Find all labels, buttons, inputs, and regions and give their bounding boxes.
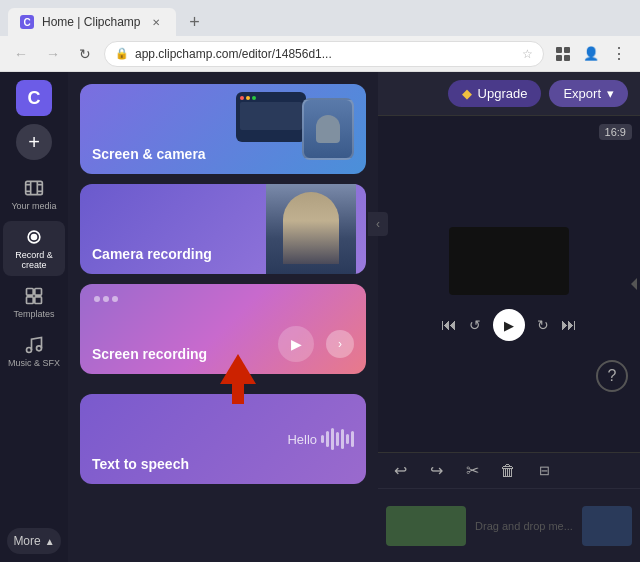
forward-button[interactable]: →	[40, 41, 66, 67]
back-button[interactable]: ←	[8, 41, 34, 67]
text-to-speech-card[interactable]: Text to speech Hello	[80, 394, 366, 484]
extensions-icon[interactable]	[550, 41, 576, 67]
arrow-head	[220, 354, 256, 384]
star-icon: ☆	[522, 47, 533, 61]
play-icon: ▶	[278, 326, 314, 362]
upgrade-label: Upgrade	[478, 86, 528, 101]
arrow-shaft	[232, 384, 244, 404]
aspect-ratio-badge: 16:9	[599, 124, 632, 140]
url-text: app.clipchamp.com/editor/14856d1...	[135, 47, 516, 61]
tab-favicon: C	[20, 15, 34, 29]
export-chevron-icon: ▾	[607, 86, 614, 101]
wave-bar-5	[341, 429, 344, 449]
export-button[interactable]: Export ▾	[549, 80, 628, 107]
preview-center: ⏮ ↺ ▶ ↻ ⏭	[441, 227, 577, 341]
media-thumbnail	[582, 506, 632, 546]
tab-close-button[interactable]: ✕	[148, 14, 164, 30]
rewind-button[interactable]: ↺	[469, 317, 481, 333]
wave-bar-1	[321, 435, 324, 443]
more-button[interactable]: More ▲	[7, 528, 61, 554]
svg-point-17	[27, 348, 32, 353]
address-bar: ← → ↻ 🔒 app.clipchamp.com/editor/14856d1…	[0, 36, 640, 72]
hello-wave: Hello	[287, 428, 354, 450]
svg-rect-14	[35, 289, 42, 296]
sidebar-item-your-media[interactable]: Your media	[3, 172, 65, 217]
sidebar-item-record-create[interactable]: Record &create	[3, 221, 65, 276]
camera-thumbnail	[302, 98, 354, 160]
next-icon: ›	[326, 330, 354, 358]
export-label: Export	[563, 86, 601, 101]
diamond-icon: ◆	[462, 86, 472, 101]
collapse-panel-button[interactable]: ‹	[368, 212, 388, 236]
refresh-button[interactable]: ↻	[72, 41, 98, 67]
screen-controls: ▶ ›	[278, 326, 354, 362]
wave-bar-4	[336, 432, 339, 446]
sidebar-label-record: Record &create	[15, 250, 53, 270]
svg-point-12	[32, 235, 37, 240]
camera-portrait	[266, 184, 356, 274]
sidebar-item-templates[interactable]: Templates	[3, 280, 65, 325]
skip-back-button[interactable]: ⏮	[441, 316, 457, 334]
wave-bar-3	[331, 428, 334, 450]
tab-title: Home | Clipchamp	[42, 15, 140, 29]
menu-icon[interactable]: ⋮	[606, 41, 632, 67]
upgrade-button[interactable]: ◆ Upgrade	[448, 80, 542, 107]
lock-icon: 🔒	[115, 47, 129, 60]
wave-bar-6	[346, 434, 349, 444]
music-icon	[24, 335, 44, 355]
active-tab[interactable]: C Home | Clipchamp ✕	[8, 8, 176, 36]
url-bar[interactable]: 🔒 app.clipchamp.com/editor/14856d1... ☆	[104, 41, 544, 67]
tts-label: Text to speech	[92, 456, 189, 472]
hello-text: Hello	[287, 432, 317, 447]
sidebar: C + Your media Record &create Templates …	[0, 72, 68, 562]
app-logo[interactable]: C	[16, 80, 52, 116]
svg-rect-2	[556, 55, 562, 61]
panel-toggle[interactable]	[628, 116, 640, 452]
sidebar-item-music[interactable]: Music & SFX	[3, 329, 65, 374]
svg-rect-13	[27, 289, 34, 296]
logo-letter: C	[28, 88, 41, 109]
svg-point-18	[37, 346, 42, 351]
svg-rect-0	[556, 47, 562, 53]
screen-camera-card[interactable]: Screen & camera	[80, 84, 366, 174]
fast-forward-button[interactable]: ↻	[537, 317, 549, 333]
split-button[interactable]: ⊟	[530, 457, 558, 485]
tab-bar: C Home | Clipchamp ✕ +	[0, 0, 640, 36]
editor-area: ◆ Upgrade Export ▾ 16:9 ⏮ ↺ ▶ ↻ ⏭	[378, 72, 640, 562]
skip-forward-button[interactable]: ⏭	[561, 316, 577, 334]
help-button[interactable]: ?	[596, 360, 628, 392]
preview-controls: ⏮ ↺ ▶ ↻ ⏭	[441, 309, 577, 341]
window-mockup	[236, 92, 306, 142]
redo-button[interactable]: ↪	[422, 457, 450, 485]
undo-button[interactable]: ↩	[386, 457, 414, 485]
cut-button[interactable]: ✂	[458, 457, 486, 485]
delete-button[interactable]: 🗑	[494, 457, 522, 485]
svg-rect-1	[564, 47, 570, 53]
window-content	[240, 102, 302, 130]
screen-camera-label: Screen & camera	[92, 146, 206, 162]
person-silhouette	[283, 192, 339, 264]
screen-recording-label: Screen recording	[92, 346, 207, 362]
preview-screen	[449, 227, 569, 295]
add-media-button[interactable]: +	[16, 124, 52, 160]
editor-timeline: ↩ ↪ ✂ 🗑 ⊟ Drag and drop me...	[378, 452, 640, 562]
timeline-track: Drag and drop me...	[378, 489, 640, 562]
camera-recording-card[interactable]: Camera recording	[80, 184, 366, 274]
sidebar-label-music: Music & SFX	[8, 358, 60, 368]
record-panel: Screen & camera Camera recording Screen …	[68, 72, 378, 562]
editor-toolbar: ◆ Upgrade Export ▾	[378, 72, 640, 116]
video-clip[interactable]	[386, 506, 466, 546]
browser-chrome: C Home | Clipchamp ✕ + ← → ↻ 🔒 app.clipc…	[0, 0, 640, 72]
svg-rect-4	[26, 181, 43, 194]
person-head	[316, 115, 340, 143]
new-tab-button[interactable]: +	[180, 8, 208, 36]
camera-recording-label: Camera recording	[92, 246, 212, 262]
drop-zone: Drag and drop me...	[474, 520, 574, 532]
templates-icon	[24, 286, 44, 306]
editor-preview: 16:9 ⏮ ↺ ▶ ↻ ⏭ ?	[378, 116, 640, 452]
profile-icon[interactable]: 👤	[578, 41, 604, 67]
sidebar-label-templates: Templates	[13, 309, 54, 319]
play-pause-button[interactable]: ▶	[493, 309, 525, 341]
app-layout: C + Your media Record &create Templates …	[0, 72, 640, 562]
circle-dots	[94, 296, 118, 302]
